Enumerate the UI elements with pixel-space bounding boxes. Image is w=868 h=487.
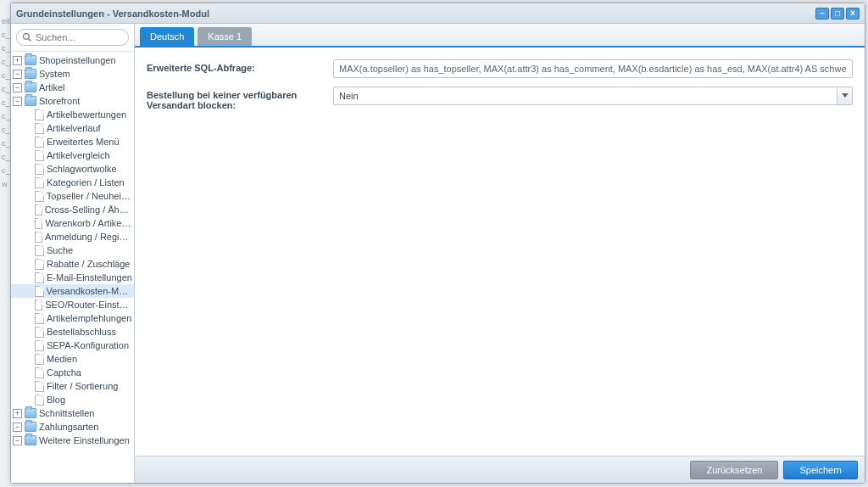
file-icon [35,327,44,338]
folder-icon [25,55,36,65]
titlebar: Grundeinstellungen - Versandkosten-Modul… [11,3,865,24]
folder-icon [25,82,36,92]
bg-text: c_ [0,166,10,180]
tree-item[interactable]: Versandkosten-Modul [11,284,134,298]
file-icon [35,123,44,134]
settings-window: Grundeinstellungen - Versandkosten-Modul… [10,3,865,484]
file-icon [35,204,42,216]
combo-block-trigger[interactable] [837,87,852,104]
file-icon [35,381,44,392]
tree-item[interactable]: Filter / Sortierung [11,379,134,393]
tree-label: Rabatte / Zuschläge [47,259,130,269]
toggle-icon[interactable]: + [13,56,22,65]
tree-item[interactable]: Anmeldung / Registrierung [11,230,134,244]
tree-item[interactable]: Erweitertes Menü [11,135,134,148]
tree-label: Kategorien / Listen [47,177,125,188]
tree-item[interactable]: Medien [11,352,134,366]
tree-label: Medien [47,354,77,364]
window-body: +Shopeinstellungen−System−Artikel−Storef… [11,24,865,483]
search-icon [22,32,32,42]
minimize-button[interactable]: – [815,8,829,20]
combo-block-value: Nein [334,91,837,101]
background-strip: eitc_c_c_c_c_c_c_c_c_c_c_w [0,0,10,487]
tree-folder[interactable]: −System [11,67,134,81]
field-block: Nein [333,87,853,105]
tree-label: Warenkorb / Artikeldetails [45,218,132,228]
file-icon [35,340,44,351]
file-icon [35,259,44,270]
tree-folder[interactable]: −Zahlungsarten [11,420,134,434]
folder-icon [25,435,36,445]
combo-block[interactable]: Nein [333,87,853,105]
tree-item[interactable]: Topseller / Neuheiten [11,189,134,203]
tree-folder[interactable]: −Weitere Einstellungen [11,434,134,447]
bg-text: c_ [0,31,10,44]
maximize-button[interactable]: □ [831,8,844,20]
file-icon [35,354,44,365]
save-button[interactable]: Speichern [783,461,858,479]
tree-item[interactable]: Artikelverlauf [11,121,134,135]
tree-label: Bestellabschluss [47,327,116,337]
label-block: Bestellung bei keiner verfügbaren Versan… [147,87,333,110]
toggle-icon[interactable]: + [13,409,22,418]
tree-item[interactable]: Rabatte / Zuschläge [11,257,134,271]
tree-item[interactable]: Artikelvergleich [11,148,134,162]
tree-label: System [39,69,70,79]
tree-label: Storefront [39,96,80,106]
tree-item[interactable]: SEO/Router-Einstellungen [11,298,134,311]
file-icon [35,177,44,188]
tree-item[interactable]: Captcha [11,366,134,379]
tree-folder[interactable]: −Artikel [11,81,134,94]
file-icon [35,367,44,378]
tree-item[interactable]: E-Mail-Einstellungen [11,271,134,284]
tab-kasse-1[interactable]: Kasse 1 [198,27,252,46]
tree-item[interactable]: Schlagwortwolke [11,162,134,176]
label-sql: Erweiterte SQL-Abfrage: [147,59,333,73]
bg-text: w [0,180,10,193]
tree-item[interactable]: SEPA-Konfiguration [11,339,134,352]
file-icon [35,191,44,202]
row-block: Bestellung bei keiner verfügbaren Versan… [147,87,853,110]
toggle-icon[interactable]: − [13,70,22,79]
sidebar: +Shopeinstellungen−System−Artikel−Storef… [11,24,135,483]
tree-label: Versandkosten-Modul [47,286,132,296]
toggle-icon[interactable]: − [13,83,22,92]
tree-label: Erweitertes Menü [47,137,120,147]
tree-item[interactable]: Suche [11,244,134,257]
input-sql[interactable] [333,59,853,78]
tree-label: SEPA-Konfiguration [47,340,129,350]
bg-text: c_ [0,58,10,71]
tab-deutsch[interactable]: Deutsch [140,27,194,46]
tree-folder[interactable]: +Schnittstellen [11,406,134,420]
toggle-icon[interactable]: − [13,97,22,106]
tree-folder[interactable]: −Storefront [11,94,134,108]
row-sql: Erweiterte SQL-Abfrage: [147,59,853,78]
tree-item[interactable]: Bestellabschluss [11,325,134,339]
window-buttons: – □ × [815,8,860,20]
search-field[interactable] [16,29,129,46]
file-icon [35,232,42,243]
tree-item[interactable]: Blog [11,393,134,406]
tree-label: Shopeinstellungen [39,55,116,65]
file-icon [35,150,44,161]
footer: Zurücksetzen Speichern [135,456,865,483]
file-icon [35,395,44,406]
bg-text: c_ [0,139,10,153]
toggle-icon[interactable]: − [13,423,22,432]
tree-label: Cross-Selling / Ähnliche Art.. [45,204,132,215]
tree-item[interactable]: Artikelbewertungen [11,108,134,121]
tree-item[interactable]: Warenkorb / Artikeldetails [11,216,134,230]
bg-text: c_ [0,126,10,139]
toggle-icon[interactable]: − [13,436,22,445]
tree-item[interactable]: Kategorien / Listen [11,176,134,189]
tree-folder[interactable]: +Shopeinstellungen [11,53,134,67]
search-input[interactable] [36,32,123,42]
reset-button[interactable]: Zurücksetzen [690,461,778,479]
tree-item[interactable]: Cross-Selling / Ähnliche Art.. [11,203,134,216]
close-button[interactable]: × [846,8,860,20]
tree-item[interactable]: Artikelempfehlungen [11,311,134,325]
form-area: Erweiterte SQL-Abfrage: Bestellung bei k… [135,48,865,456]
file-icon [35,109,44,120]
folder-icon [25,408,36,418]
tree-label: Schlagwortwolke [47,164,117,174]
